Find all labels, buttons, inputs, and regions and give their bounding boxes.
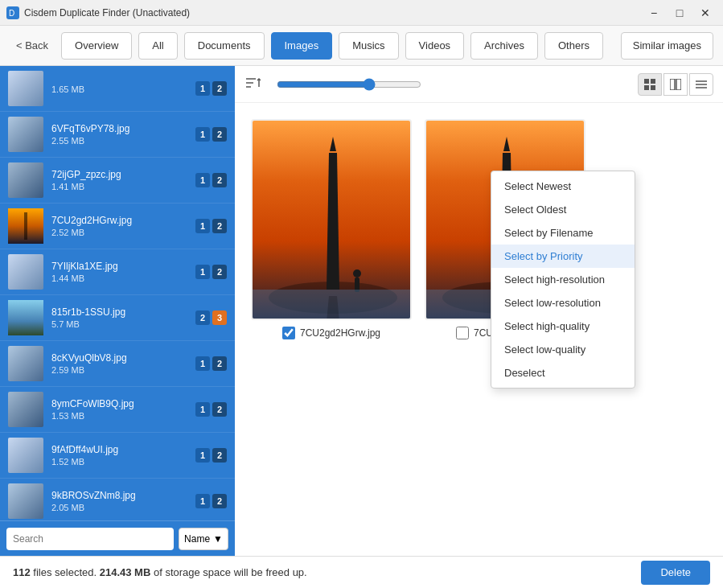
tab-all[interactable]: All — [138, 32, 177, 60]
file-thumbnail — [8, 117, 43, 152]
file-size: 1.52 MB — [51, 457, 191, 467]
dropdown-item-high-res[interactable]: Select high-resolution — [491, 268, 635, 291]
svg-rect-4 — [8, 300, 43, 335]
svg-rect-14 — [676, 79, 681, 90]
tab-videos[interactable]: Videos — [405, 32, 465, 60]
file-name: 9kBROSvZNm8.jpg — [51, 490, 191, 501]
file-info: 8ymCFoWlB9Q.jpg 1.53 MB — [51, 398, 191, 421]
search-input[interactable] — [6, 528, 174, 550]
dropdown-item-low-quality[interactable]: Select low-quality — [491, 338, 635, 361]
file-list[interactable]: 1.65 MB 1 2 6VFqT6vPY78.jpg 2.55 MB 1 2 — [0, 66, 235, 520]
nav-bar: < Back Overview All Documents Images Mus… — [0, 26, 723, 66]
dropdown-item-newest[interactable]: Select Newest — [491, 175, 635, 198]
badge-2: 2 — [212, 402, 227, 417]
dropdown-item-deselect[interactable]: Deselect — [491, 361, 635, 384]
view-buttons — [638, 73, 713, 96]
file-badges: 2 3 — [195, 310, 227, 325]
tab-musics[interactable]: Musics — [339, 32, 398, 60]
image-cell-1: 7CU2gd2HGrw.jpg — [251, 119, 412, 540]
list-item[interactable]: 9kBROSvZNm8.jpg 2.05 MB 1 2 — [0, 479, 235, 520]
list-item[interactable]: 7YIljKla1XE.jpg 1.44 MB 1 2 — [0, 249, 235, 295]
list-item[interactable]: 8ymCFoWlB9Q.jpg 1.53 MB 1 2 — [0, 387, 235, 433]
badge-2: 2 — [212, 448, 227, 463]
similar-images-button[interactable]: Similar images — [621, 32, 713, 60]
file-thumbnail — [8, 300, 43, 335]
zoom-slider-container — [269, 78, 630, 91]
file-badges: 1 2 — [195, 127, 227, 142]
badge-1: 1 — [195, 356, 210, 371]
sort-icon-button[interactable] — [244, 76, 261, 93]
svg-rect-11 — [644, 85, 649, 90]
sort-chevron-icon: ▼ — [213, 533, 223, 545]
badge-2: 2 — [212, 173, 227, 187]
image-wrapper-1 — [251, 119, 412, 320]
file-size: 5.7 MB — [51, 319, 191, 329]
list-item[interactable]: 8cKVyuQlbV8.jpg 2.59 MB 1 2 — [0, 341, 235, 387]
badge-1: 1 — [195, 127, 210, 142]
back-button[interactable]: < Back — [10, 36, 55, 55]
tab-overview[interactable]: Overview — [61, 32, 132, 60]
svg-rect-3 — [24, 212, 27, 240]
list-item[interactable]: 815r1b-1SSU.jpg 5.7 MB 2 3 — [0, 295, 235, 341]
list-item[interactable]: 72ijGP_zpzc.jpg 1.41 MB 1 2 — [0, 158, 235, 204]
file-info: 6VFqT6vPY78.jpg 2.55 MB — [51, 123, 191, 146]
list-item[interactable]: 1.65 MB 1 2 — [0, 66, 235, 112]
detail-view-button[interactable] — [663, 73, 688, 96]
badge-2: 2 — [212, 219, 227, 233]
file-badges: 1 2 — [195, 173, 227, 187]
storage-size: 214.43 MB — [100, 566, 151, 578]
close-button[interactable]: ✕ — [694, 4, 717, 22]
file-name: 7YIljKla1XE.jpg — [51, 261, 191, 272]
badge-1: 1 — [195, 448, 210, 463]
dropdown-item-low-res[interactable]: Select low-resolution — [491, 291, 635, 315]
file-info: 8cKVyuQlbV8.jpg 2.59 MB — [51, 352, 191, 375]
image-checkbox-2[interactable] — [456, 327, 469, 339]
file-name: 8ymCFoWlB9Q.jpg — [51, 398, 191, 409]
dropdown-item-priority[interactable]: Select by Priority — [491, 245, 635, 268]
file-thumbnail — [8, 483, 43, 519]
svg-text:D: D — [9, 9, 14, 18]
list-item[interactable]: 9fAfDff4wUI.jpg 1.52 MB 1 2 — [0, 433, 235, 479]
badge-2: 2 — [212, 356, 227, 371]
file-info: 9fAfDff4wUI.jpg 1.52 MB — [51, 444, 191, 467]
grid-view-button[interactable] — [638, 73, 662, 96]
file-name: 6VFqT6vPY78.jpg — [51, 123, 191, 134]
badge-2: 2 — [212, 494, 227, 508]
tab-images[interactable]: Images — [271, 32, 333, 60]
file-info: 9kBROSvZNm8.jpg 2.05 MB — [51, 490, 191, 512]
badge-1: 1 — [195, 265, 210, 279]
svg-rect-12 — [651, 85, 655, 90]
image-checkbox-1[interactable] — [282, 327, 295, 339]
badge-1: 1 — [195, 402, 210, 417]
image-grid: 7CU2gd2HGrw.jpg — [235, 103, 723, 556]
maximize-button[interactable]: □ — [668, 4, 691, 22]
dropdown-item-oldest[interactable]: Select Oldest — [491, 198, 635, 221]
dropdown-item-filename[interactable]: Select by Filename — [491, 221, 635, 245]
file-size: 2.59 MB — [51, 365, 191, 375]
sort-dropdown[interactable]: Name ▼ — [179, 528, 228, 550]
list-item[interactable]: 6VFqT6vPY78.jpg 2.55 MB 1 2 — [0, 112, 235, 158]
delete-button[interactable]: Delete — [641, 561, 710, 585]
file-thumbnail — [8, 346, 43, 381]
file-size: 2.52 MB — [51, 228, 191, 237]
zoom-slider[interactable] — [277, 78, 421, 91]
badge-2: 3 — [212, 310, 227, 325]
tab-archives[interactable]: Archives — [470, 32, 538, 60]
minimize-button[interactable]: − — [643, 4, 665, 22]
file-size: 1.44 MB — [51, 273, 191, 283]
file-info: 7YIljKla1XE.jpg 1.44 MB — [51, 261, 191, 283]
left-panel: 1.65 MB 1 2 6VFqT6vPY78.jpg 2.55 MB 1 2 — [0, 66, 235, 556]
file-badges: 1 2 — [195, 219, 227, 233]
main-content: 1.65 MB 1 2 6VFqT6vPY78.jpg 2.55 MB 1 2 — [0, 66, 723, 556]
tab-others[interactable]: Others — [544, 32, 603, 60]
dropdown-item-high-quality[interactable]: Select high-quality — [491, 315, 635, 338]
list-item[interactable]: 7CU2gd2HGrw.jpg 2.52 MB 1 2 — [0, 204, 235, 249]
status-bar: 112 files selected. 214.43 MB of storage… — [0, 556, 723, 588]
badge-2: 2 — [212, 81, 227, 96]
file-name: 9fAfDff4wUI.jpg — [51, 444, 191, 455]
right-toolbar — [235, 66, 723, 103]
tab-documents[interactable]: Documents — [184, 32, 265, 60]
list-view-button[interactable] — [689, 73, 713, 96]
image-filename-1: 7CU2gd2HGrw.jpg — [300, 327, 380, 339]
file-thumbnail — [8, 438, 43, 473]
